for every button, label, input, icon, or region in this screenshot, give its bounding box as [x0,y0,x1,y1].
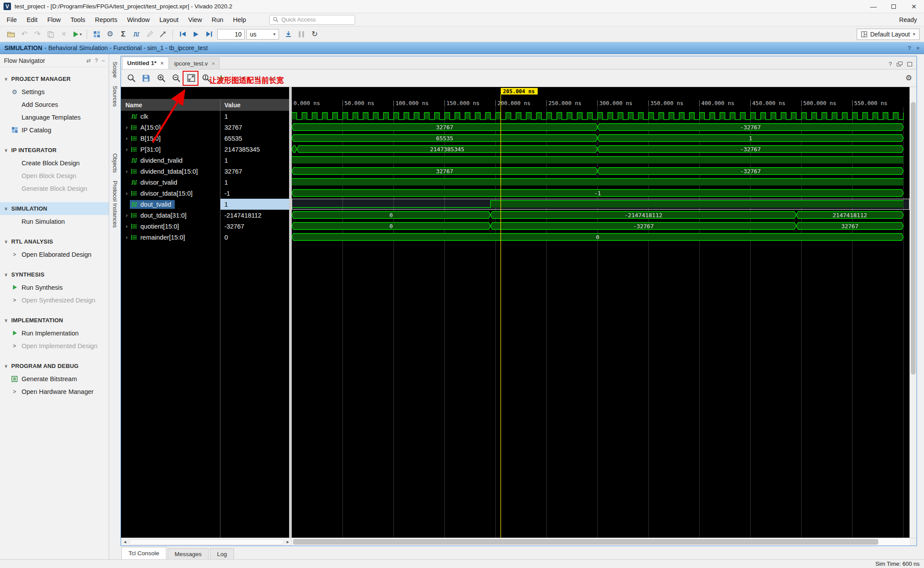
restart-sim-icon[interactable] [176,28,189,41]
signal-row-b-15-0[interactable]: ›B[15:0]65535 [121,133,289,144]
nav-item-run-synthesis[interactable]: Run Synthesis [0,281,109,294]
layout-select[interactable]: Default Layout ▾ [857,29,920,40]
editor-tab-untitled-1[interactable]: Untitled 1*× [122,57,169,69]
side-tab-sources[interactable]: Sources [112,82,118,111]
nav-item-generate-bitstream[interactable]: Generate Bitstream [0,372,109,385]
signal-row-remainder-15-0[interactable]: ›remainder[15:0]0 [121,232,289,243]
signal-name-cell[interactable]: ›B[15:0] [121,133,220,144]
open-project-icon[interactable] [4,28,18,41]
signal-name-cell[interactable]: ›A[15:0] [121,122,220,133]
signal-name-cell[interactable]: dout_tvalid [121,199,220,210]
time-unit-select[interactable]: us ▾ [246,29,279,40]
menu-help[interactable]: Help [228,15,251,25]
signal-value-cell[interactable]: 32767 [220,122,289,133]
side-tab-scope[interactable]: Scope [112,58,118,82]
settings-gear-icon[interactable]: ⚙ [103,28,117,41]
expander-icon[interactable]: › [124,223,130,229]
menu-view[interactable]: View [183,15,207,25]
menu-file[interactable]: File [2,15,22,25]
zoom-out-icon[interactable] [169,72,183,85]
pause-icon[interactable] [295,28,308,41]
chevron-right-icon[interactable]: > [11,389,18,395]
nav-header-rtl-analysis[interactable]: ∨RTL ANALYSIS [0,235,109,248]
scroll-left-icon[interactable]: ◂ [121,539,129,545]
expander-icon[interactable]: › [124,212,130,218]
nav-header-project-manager[interactable]: ∨PROJECT MANAGER [0,73,109,85]
nav-item-ip-catalog[interactable]: IP Catalog [0,124,109,136]
editor-tab-ipcore-test-v[interactable]: ipcore_test.v× [169,58,220,69]
run-for-time-icon[interactable] [202,28,216,41]
menu-tools[interactable]: Tools [66,15,90,25]
signal-row-p-31-0[interactable]: ›P[31:0]2147385345 [121,144,289,155]
nav-header-ip-integrator[interactable]: ∨IP INTEGRATOR [0,144,109,157]
run-button[interactable]: ▾ [70,28,84,41]
signal-value-cell[interactable]: 2147385345 [220,144,289,155]
close-icon[interactable]: × [161,60,164,66]
nav-item-add-sources[interactable]: Add Sources [0,98,109,111]
simulation-settings-icon[interactable] [130,28,143,41]
signal-value-cell[interactable]: 32767 [220,166,289,177]
signal-name-cell[interactable]: ›P[31:0] [121,144,220,155]
nav-item-settings[interactable]: ⚙Settings [0,85,109,98]
expander-icon[interactable]: › [124,168,130,175]
help-icon[interactable]: ? [889,61,892,67]
value-column-header[interactable]: Value [220,99,289,111]
relaunch-icon[interactable]: ↻ [308,28,321,41]
dashboard-icon[interactable] [90,28,103,41]
close-icon[interactable]: × [212,61,215,67]
signal-row-dout-tdata-31-0[interactable]: ›dout_tdata[31:0]-2147418112 [121,210,289,221]
nav-item-open-hardware-manager[interactable]: >Open Hardware Manager [0,385,109,398]
nav-item-run-simulation[interactable]: Run Simulation [0,215,109,228]
nav-header-simulation[interactable]: ∨SIMULATION [0,202,109,215]
signal-row-clk[interactable]: clk1 [121,111,289,122]
menu-layout[interactable]: Layout [154,15,183,25]
collapse-icon[interactable]: – [102,58,105,64]
save-waveform-icon[interactable] [139,72,153,85]
edit-pencil-icon[interactable] [143,28,156,41]
minimize-button[interactable]: — [863,0,884,13]
expander-icon[interactable]: › [124,135,130,142]
nav-item-open-elaborated-design[interactable]: >Open Elaborated Design [0,248,109,261]
sim-time-input[interactable] [217,29,245,40]
wave-settings-gear-icon[interactable]: ⚙ [906,73,912,83]
menu-reports[interactable]: Reports [90,15,122,25]
nav-item-run-implementation[interactable]: Run Implementation [0,327,109,339]
signal-row-dividend-tdata-15-0[interactable]: ›dividend_tdata[15:0]32767 [121,166,289,177]
signal-value-cell[interactable]: -2147418112 [220,210,289,221]
help-icon[interactable]: ? [95,58,98,64]
signal-value-cell[interactable]: 1 [220,111,289,122]
name-panel-scrollbar[interactable]: ◂ ▸ [121,538,292,546]
zoom-fit-icon[interactable] [184,72,198,85]
report-sigma-icon[interactable]: Σ [117,28,130,41]
close-icon[interactable]: × [916,45,920,51]
add-marker-icon[interactable] [214,72,227,85]
run-all-icon[interactable] [189,28,202,41]
signal-value-cell[interactable]: -32767 [220,221,289,232]
signal-value-cell[interactable]: -1 [220,188,289,199]
canvas-scrollbar[interactable] [292,538,909,546]
nav-header-program-and-debug[interactable]: ∨PROGRAM AND DEBUG [0,360,109,372]
menu-edit[interactable]: Edit [22,15,42,25]
chevron-right-icon[interactable]: > [11,297,18,303]
signal-row-a-15-0[interactable]: ›A[15:0]32767 [121,122,289,133]
next-transition-icon[interactable] [251,72,264,85]
expander-icon[interactable]: › [124,124,130,131]
vertical-scrollbar-thumb[interactable] [911,102,916,375]
expander-icon[interactable]: › [124,234,130,240]
chevron-right-icon[interactable]: > [11,251,18,258]
signal-value-cell[interactable]: 1 [220,155,289,166]
maximize-button[interactable] [884,0,904,13]
menu-run[interactable]: Run [207,15,228,25]
side-tab-protocol-instances[interactable]: Protocol Instances [112,177,118,232]
find-icon[interactable] [125,72,138,85]
copy-icon[interactable] [44,28,57,41]
close-button[interactable]: × [904,0,924,13]
signal-name-cell[interactable]: dividend_tvalid [121,155,220,166]
vertical-scrollbar[interactable] [909,87,917,538]
bottom-tab-log[interactable]: Log [210,548,234,559]
signal-row-divisor-tdata-15-0[interactable]: ›divisor_tdata[15:0]-1 [121,188,289,199]
chevron-right-icon[interactable]: > [11,343,18,349]
nav-item-create-block-design[interactable]: Create Block Design [0,157,109,169]
signal-value-cell[interactable]: 0 [220,232,289,243]
nav-header-implementation[interactable]: ∨IMPLEMENTATION [0,314,109,327]
